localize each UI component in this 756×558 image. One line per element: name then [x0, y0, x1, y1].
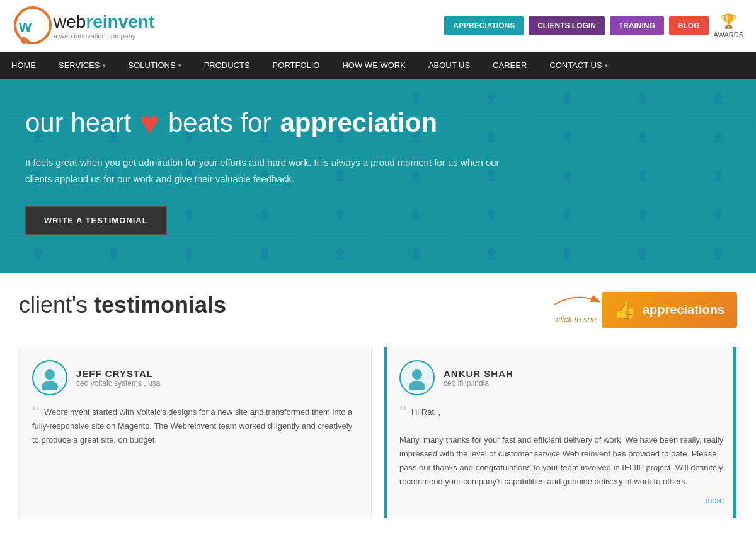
- bg-cell: 👤: [605, 234, 680, 273]
- chevron-down-icon: ▾: [605, 62, 608, 69]
- bg-cell: 👤: [378, 195, 454, 235]
- bg-cell: 👤: [227, 234, 302, 273]
- svg-point-6: [412, 369, 422, 380]
- hero-title: our heart ♥ beats for appreciation: [25, 104, 731, 142]
- testimonial-text: Webreinvent started with Voltaic's desig…: [32, 407, 352, 445]
- card-header: ANKUR SHAH ceo ifliip,india: [399, 360, 724, 395]
- awards-label: AWARDS: [714, 31, 743, 38]
- client-title: ceo voltaic systems , usa: [76, 379, 160, 388]
- appreciations-badge-label: appreciations: [643, 303, 724, 317]
- main-nav: HOME SERVICES ▾ SOLUTIONS ▾ PRODUCTS POR…: [0, 52, 756, 79]
- write-testimonial-button[interactable]: WRITE A TESTIMONIAL: [25, 206, 167, 235]
- chevron-down-icon: ▾: [178, 62, 181, 69]
- bg-cell: 👤: [302, 234, 378, 273]
- nav-about-us[interactable]: ABOUT US: [417, 52, 481, 79]
- testimonials-title-bold: testimonials: [94, 292, 226, 318]
- appreciations-badge-button[interactable]: 👍 appreciations: [602, 292, 737, 328]
- bg-cell: 👤: [605, 156, 680, 195]
- logo-area: w webreinvent a web innovation company: [13, 5, 154, 46]
- nav-solutions[interactable]: SOLUTIONS ▾: [117, 52, 193, 79]
- clients-login-button[interactable]: CLIENTS LOGIN: [529, 16, 605, 35]
- thumbs-up-icon: 👍: [614, 299, 636, 320]
- testimonials-section: client's testimonials click to see 👍 app…: [0, 273, 756, 531]
- bg-cell: 👤: [529, 195, 605, 235]
- svg-point-7: [409, 381, 425, 390]
- logo-sub: a web innovation company: [54, 32, 154, 40]
- bg-cell: 👤: [680, 156, 756, 195]
- training-button[interactable]: TRAINING: [610, 16, 664, 35]
- header: w webreinvent a web innovation company A…: [0, 0, 756, 52]
- svg-point-4: [45, 369, 55, 380]
- bg-cell: 👤: [454, 234, 529, 273]
- client-name: ANKUR SHAH: [444, 368, 513, 379]
- nav-how-we-work[interactable]: HOW WE WORK: [331, 52, 416, 79]
- bg-cell: 👤: [0, 234, 76, 273]
- person-icon: [405, 366, 429, 390]
- bg-cell: 👤: [680, 234, 756, 273]
- hero-title-suffix: beats for: [168, 108, 271, 138]
- blog-button[interactable]: BLOG: [669, 16, 709, 35]
- testimonial-card: JEFF CRYSTAL ceo voltaic systems , usa "…: [19, 347, 372, 518]
- bg-cell: 👤: [529, 156, 605, 195]
- avatar: [32, 360, 67, 395]
- svg-point-5: [42, 381, 58, 390]
- bg-cell: 👤: [529, 234, 605, 273]
- heart-icon: ♥: [140, 104, 159, 142]
- testimonial-body: " Webreinvent started with Voltaic's des…: [32, 405, 358, 447]
- appreciations-button[interactable]: APPRECIATIONS: [444, 16, 524, 35]
- nav-contact-us[interactable]: CONTACT US ▾: [538, 52, 619, 79]
- nav-products[interactable]: PRODUCTS: [193, 52, 261, 79]
- chevron-down-icon: ▾: [103, 62, 106, 69]
- awards-area: 🏆 AWARDS: [714, 13, 743, 38]
- hero-title-prefix: our heart: [25, 108, 131, 138]
- hero-title-bold: appreciation: [280, 108, 437, 138]
- bg-cell: 👤: [378, 234, 454, 273]
- bg-cell: 👤: [151, 234, 227, 273]
- hero-subtitle: It feels great when you get admiration f…: [25, 154, 517, 187]
- header-right: APPRECIATIONS CLIENTS LOGIN TRAINING BLO…: [444, 13, 743, 38]
- bg-cell: 👤: [680, 195, 756, 235]
- read-more-link[interactable]: more: [399, 496, 724, 505]
- awards-icon: 🏆: [720, 13, 737, 30]
- quote-mark-icon: ": [399, 408, 406, 418]
- bg-cell: 👤: [605, 195, 680, 235]
- nav-home[interactable]: HOME: [0, 52, 47, 79]
- card-name-area: ANKUR SHAH ceo ifliip,india: [444, 368, 513, 388]
- scrollbar[interactable]: [733, 347, 736, 518]
- bg-cell: 👤: [76, 234, 151, 273]
- bg-cell: 👤: [302, 195, 378, 235]
- testimonials-grid: JEFF CRYSTAL ceo voltaic systems , usa "…: [19, 347, 737, 518]
- svg-text:w: w: [18, 16, 32, 35]
- testimonials-title: client's testimonials: [19, 292, 226, 318]
- card-header: JEFF CRYSTAL ceo voltaic systems , usa: [32, 360, 358, 395]
- nav-portfolio[interactable]: PORTFOLIO: [261, 52, 331, 79]
- client-title: ceo ifliip,india: [444, 379, 513, 388]
- testimonials-title-light: client's: [19, 292, 88, 318]
- person-icon: [38, 366, 62, 390]
- nav-services[interactable]: SERVICES ▾: [47, 52, 117, 79]
- card-name-area: JEFF CRYSTAL ceo voltaic systems , usa: [76, 368, 160, 388]
- logo-brand: webreinvent: [54, 12, 154, 32]
- testimonial-card: ANKUR SHAH ceo ifliip,india " Hi Rati , …: [384, 347, 737, 518]
- avatar: [399, 360, 435, 395]
- client-name: JEFF CRYSTAL: [76, 368, 160, 379]
- appreciations-cta: click to see 👍 appreciations: [556, 292, 737, 328]
- testimonials-header: client's testimonials click to see 👍 app…: [19, 292, 737, 328]
- testimonial-body: " Hi Rati , Many, many thanks for your f…: [399, 405, 724, 489]
- logo-icon: w: [13, 5, 54, 46]
- bg-cell: 👤: [227, 195, 302, 235]
- click-to-see-label: click to see: [556, 315, 597, 324]
- curved-arrow-icon: [551, 289, 602, 308]
- bg-cell: 👤: [454, 195, 529, 235]
- hero-section: 👤 👤 👤 👤 👤 👤 👤 👤 👤 👤 👤 👤 👤 👤 👤 👤 👤 👤 👤 👤 …: [0, 79, 756, 273]
- quote-mark-icon: ": [32, 408, 39, 418]
- logo-text: webreinvent a web innovation company: [54, 12, 154, 40]
- nav-career[interactable]: CAREER: [481, 52, 538, 79]
